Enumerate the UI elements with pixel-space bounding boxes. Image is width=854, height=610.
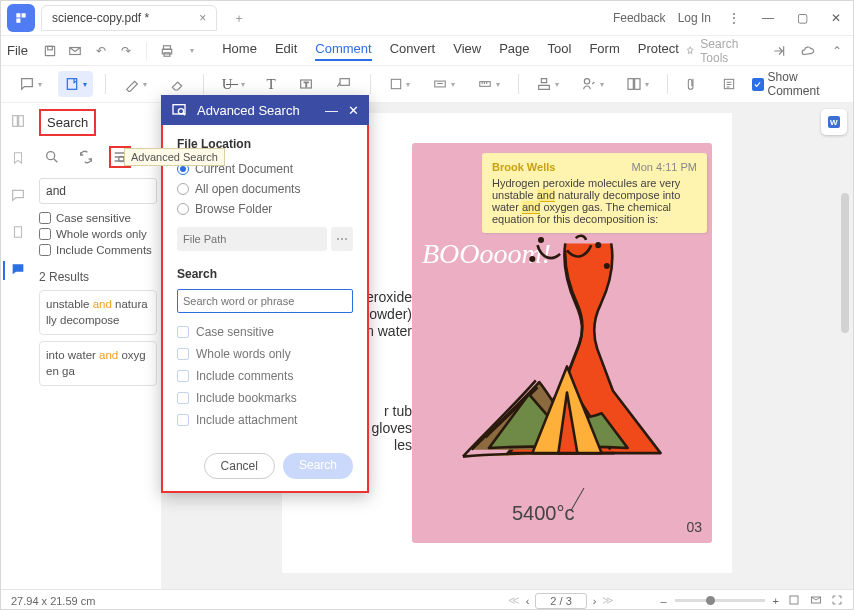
undo-icon[interactable]: ↶ [91,40,111,62]
svg-rect-11 [434,81,445,87]
zoom-in-icon[interactable]: + [773,595,779,607]
cb-case[interactable]: Case sensitive [177,321,353,343]
share-icon[interactable] [770,40,789,62]
cb-attachment[interactable]: Include attachment [177,409,353,431]
feedback-link[interactable]: Feedback [613,11,666,25]
bookmarks-icon[interactable] [11,150,25,169]
cloud-icon[interactable] [799,40,818,62]
stamp-tool[interactable]: ▾ [426,71,461,97]
prev-page-icon[interactable]: ‹ [526,595,530,607]
svg-point-27 [596,243,599,246]
last-page-icon[interactable]: ≫ [602,594,614,607]
compare-tool[interactable]: ▾ [620,71,655,97]
minimize-icon[interactable]: — [757,7,779,29]
svg-rect-6 [67,79,76,90]
search-button[interactable]: Search [283,453,353,479]
save-icon[interactable] [40,40,60,62]
search-section-label: Search [177,267,353,281]
menu-form[interactable]: Form [589,41,619,61]
mail-icon[interactable] [66,40,86,62]
highlight-tool[interactable]: ▾ [118,71,153,97]
new-tab-button[interactable]: ＋ [231,10,247,26]
stamp2-tool[interactable]: ▾ [530,71,565,97]
document-tab[interactable]: science-copy.pdf * × [41,5,217,31]
comments-panel-icon[interactable] [10,187,26,206]
close-window-icon[interactable]: ✕ [825,7,847,29]
redo-icon[interactable]: ↷ [117,40,137,62]
menu-home[interactable]: Home [222,41,257,61]
underline-tool[interactable]: U▾ [216,71,251,97]
find-icon[interactable] [41,146,63,168]
opt-case[interactable]: Case sensitive [39,210,157,226]
eraser-tool[interactable] [163,71,191,97]
page-navigator: ≪ ‹ 2 / 3 › ≫ [508,593,615,609]
next-page-icon[interactable]: › [593,595,597,607]
measure-tool[interactable]: ▾ [471,71,506,97]
quickbar-more-icon[interactable]: ▾ [183,40,203,62]
sign-tool[interactable]: ▾ [575,71,610,97]
search-panel-icon[interactable] [3,261,27,280]
show-comment-toggle[interactable]: Show Comment [752,70,841,98]
svg-point-29 [605,264,608,267]
more-icon[interactable]: ⋮ [723,7,745,29]
file-path-input[interactable] [177,227,327,251]
maximize-icon[interactable]: ▢ [791,7,813,29]
menu-comment[interactable]: Comment [315,41,371,61]
svg-rect-30 [790,596,798,604]
note-time: Mon 4:11 PM [632,161,697,173]
menu-protect[interactable]: Protect [638,41,679,61]
temperature-label: 5400°c [512,502,597,525]
fit-page-icon[interactable] [809,594,823,608]
dialog-icon [171,102,187,118]
callout-tool[interactable] [330,71,358,97]
file-menu[interactable]: File [7,43,28,58]
dialog-search-input[interactable] [177,289,353,313]
menu-convert[interactable]: Convert [390,41,436,61]
fit-width-icon[interactable] [787,594,801,608]
svg-point-13 [585,79,590,84]
result-item[interactable]: unstable and naturally decompose [39,290,157,335]
login-link[interactable]: Log In [678,11,711,25]
list-tool[interactable] [716,71,742,97]
menu-page[interactable]: Page [499,41,529,61]
fullscreen-icon[interactable] [831,594,843,608]
cb-whole[interactable]: Whole words only [177,343,353,365]
menu-view[interactable]: View [453,41,481,61]
attach-tool[interactable] [680,71,706,97]
svg-rect-1 [47,46,52,50]
search-input[interactable] [39,178,157,204]
note-tool[interactable]: ▾ [58,71,93,97]
cb-bookmarks[interactable]: Include bookmarks [177,387,353,409]
menu-edit[interactable]: Edit [275,41,297,61]
radio-browse-folder[interactable]: Browse Folder [177,199,353,219]
dialog-close-icon[interactable]: ✕ [348,103,359,118]
collapse-icon[interactable]: ⌃ [828,40,847,62]
browse-button[interactable]: ⋯ [331,227,353,251]
cb-comments[interactable]: Include comments [177,365,353,387]
dialog-minimize-icon[interactable]: — [325,103,338,118]
comment-tool[interactable]: ▾ [13,71,48,97]
opt-wholewords[interactable]: Whole words only [39,226,157,242]
opt-comments[interactable]: Include Comments [39,242,157,258]
print-icon[interactable] [157,40,177,62]
result-item[interactable]: into water and oxygen ga [39,341,157,386]
page-indicator[interactable]: 2 / 3 [535,593,586,609]
attachments-icon[interactable] [11,224,25,243]
replace-icon[interactable] [75,146,97,168]
thumbnails-icon[interactable] [10,113,26,132]
shape-tool[interactable]: ▾ [383,71,416,97]
cancel-button[interactable]: Cancel [204,453,275,479]
dialog-title: Advanced Search [197,103,300,118]
zoom-out-icon[interactable]: – [660,595,666,607]
search-tools[interactable]: Search Tools [685,37,760,65]
zoom-slider[interactable] [675,599,765,602]
first-page-icon[interactable]: ≪ [508,594,520,607]
results-count: 2 Results [39,270,157,284]
textbox-tool[interactable]: T [292,71,320,97]
text-tool[interactable]: T [261,71,282,97]
close-tab-icon[interactable]: × [199,11,206,25]
radio-all-open[interactable]: All open documents [177,179,353,199]
comment-note[interactable]: Brook WellsMon 4:11 PM Hydrogen peroxide… [482,153,707,233]
menu-tool[interactable]: Tool [548,41,572,61]
page-number: 03 [686,519,702,535]
